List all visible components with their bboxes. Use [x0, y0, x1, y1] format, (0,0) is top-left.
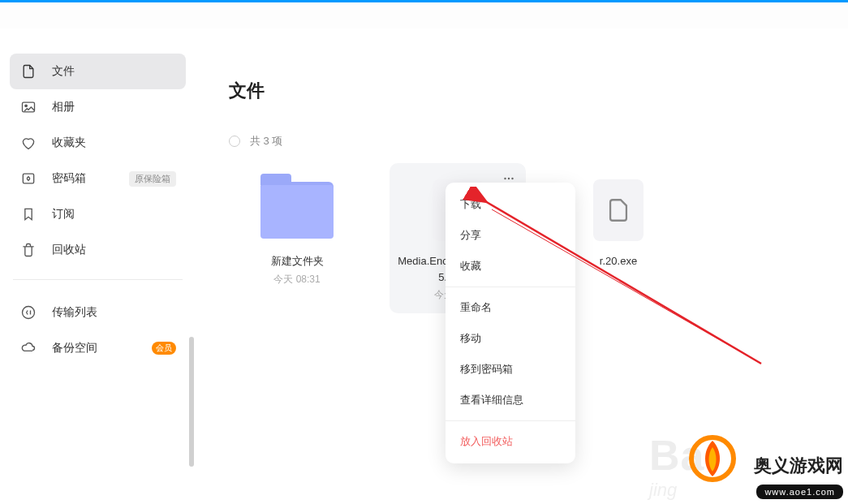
sidebar-item-label: 相册	[52, 100, 176, 114]
file-icon	[19, 62, 37, 80]
sidebar-scrollbar[interactable]	[189, 337, 194, 467]
menu-share[interactable]: 分享	[446, 220, 575, 251]
sidebar-item-photos[interactable]: 相册	[10, 89, 186, 125]
file-icon-box	[593, 179, 644, 241]
sidebar-item-favorites[interactable]: 收藏夹	[10, 125, 186, 161]
bookmark-icon	[19, 205, 37, 223]
menu-rename[interactable]: 重命名	[446, 292, 575, 323]
cloud-icon	[19, 339, 37, 357]
heart-icon	[19, 134, 37, 152]
context-menu: 下载 分享 收藏 重命名 移动 移到密码箱 查看详细信息 放入回收站	[446, 183, 575, 463]
page-title: 文件	[229, 79, 816, 103]
menu-move-vault[interactable]: 移到密码箱	[446, 354, 575, 385]
transfer-icon	[19, 304, 37, 321]
vault-icon	[19, 170, 37, 187]
sidebar-item-transfer[interactable]: 传输列表	[10, 295, 186, 330]
menu-separator	[446, 420, 575, 421]
svg-point-1	[25, 105, 27, 107]
photo-icon	[19, 98, 37, 116]
sidebar-item-subscribe[interactable]: 订阅	[10, 196, 186, 232]
select-all-circle[interactable]	[229, 136, 240, 147]
sidebar-item-label: 订阅	[52, 207, 176, 222]
sidebar-item-label: 备份空间	[52, 341, 147, 355]
sidebar-item-label: 传输列表	[52, 305, 176, 320]
sidebar-item-label: 收藏夹	[52, 136, 176, 150]
sidebar-item-files[interactable]: 文件	[10, 54, 186, 89]
member-badge: 会员	[152, 342, 176, 355]
menu-delete[interactable]: 放入回收站	[446, 426, 575, 457]
file-name: 新建文件夹	[271, 253, 324, 269]
sidebar-divider	[13, 279, 183, 280]
file-name: r.20.exe	[600, 253, 637, 269]
menu-separator	[446, 286, 575, 287]
sidebar-item-trash[interactable]: 回收站	[10, 232, 186, 268]
svg-point-5	[504, 178, 506, 179]
sidebar-item-vault[interactable]: 密码箱 原保险箱	[10, 161, 186, 196]
item-count-text: 共 3 项	[250, 134, 282, 149]
trash-icon	[19, 241, 37, 259]
svg-point-7	[511, 178, 513, 179]
menu-details[interactable]: 查看详细信息	[446, 385, 575, 416]
menu-favorite[interactable]: 收藏	[446, 251, 575, 282]
menu-move[interactable]: 移动	[446, 323, 575, 354]
sidebar-item-backup[interactable]: 备份空间 会员	[10, 330, 186, 366]
app-container: 文件 相册 收藏夹 密码箱 原保险箱 订阅	[0, 28, 848, 504]
sidebar-item-label: 文件	[52, 64, 176, 79]
item-count-row: 共 3 项	[229, 134, 816, 149]
sidebar-item-label: 回收站	[52, 243, 176, 257]
header-strip	[0, 2, 848, 28]
svg-rect-2	[23, 174, 33, 183]
file-thumb	[580, 179, 656, 242]
svg-point-3	[27, 177, 29, 179]
file-card-folder[interactable]: 新建文件夹 今天 08:31	[229, 163, 365, 313]
sidebar: 文件 相册 收藏夹 密码箱 原保险箱 订阅	[0, 28, 196, 504]
sidebar-item-label: 密码箱	[52, 171, 129, 186]
folder-icon	[260, 182, 334, 239]
file-time: 今天 08:31	[273, 273, 320, 286]
svg-point-4	[23, 307, 35, 319]
menu-download[interactable]: 下载	[446, 189, 575, 220]
vault-badge: 原保险箱	[129, 171, 176, 187]
svg-point-6	[508, 178, 510, 179]
folder-thumb	[259, 179, 335, 242]
